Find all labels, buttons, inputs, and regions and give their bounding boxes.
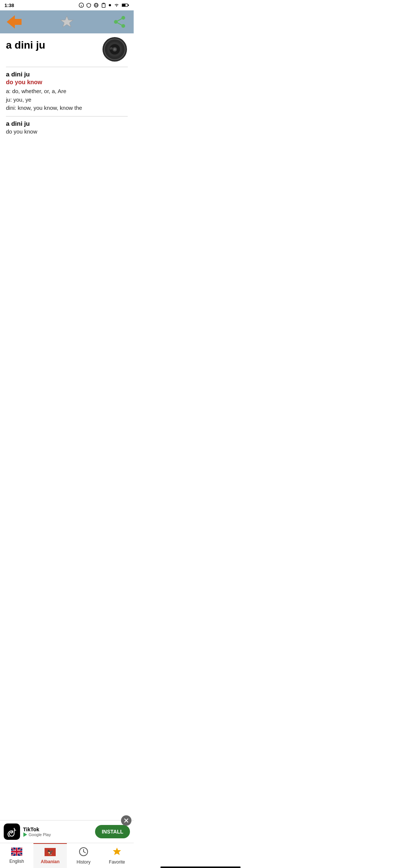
speaker-svg: [102, 36, 128, 62]
status-icons: i: [79, 3, 129, 8]
svg-marker-12: [61, 16, 73, 27]
def1-details: a: do, whether, or, a, Are ju: you, ye d…: [6, 87, 128, 112]
battery-icon: [122, 3, 129, 7]
def1-word: a dini ju: [6, 71, 128, 78]
shield-icon: [86, 3, 91, 8]
back-button[interactable]: [6, 14, 22, 30]
main-content: a dini ju a dini ju do you know a: do, w…: [0, 33, 134, 138]
svg-line-17: [116, 22, 123, 26]
favorite-button[interactable]: [59, 14, 75, 30]
globe-icon: [94, 3, 99, 8]
status-bar: 1:38 i: [0, 0, 134, 10]
definition-block-2: a dini ju do you know: [6, 116, 128, 138]
toolbar: [0, 10, 134, 33]
def2-translation: do you know: [6, 128, 128, 135]
word-header: a dini ju: [6, 38, 128, 67]
wifi-icon: [114, 3, 120, 7]
svg-marker-11: [7, 15, 22, 29]
svg-point-7: [109, 4, 111, 6]
speaker-button[interactable]: [102, 38, 128, 64]
clipboard-icon: [101, 3, 106, 8]
svg-rect-10: [122, 4, 125, 6]
definition-block-1: a dini ju do you know a: do, whether, or…: [6, 67, 128, 116]
dot-icon: [108, 4, 111, 7]
svg-rect-5: [102, 4, 105, 8]
svg-line-16: [116, 18, 123, 22]
main-word: a dini ju: [6, 39, 45, 51]
svg-point-23: [114, 48, 116, 50]
svg-rect-9: [128, 4, 129, 6]
svg-text:i: i: [81, 4, 82, 7]
def2-word: a dini ju: [6, 120, 128, 128]
status-time: 1:38: [4, 3, 14, 8]
info-icon: i: [79, 3, 84, 8]
def1-translation: do you know: [6, 79, 128, 86]
share-button[interactable]: [111, 14, 128, 30]
